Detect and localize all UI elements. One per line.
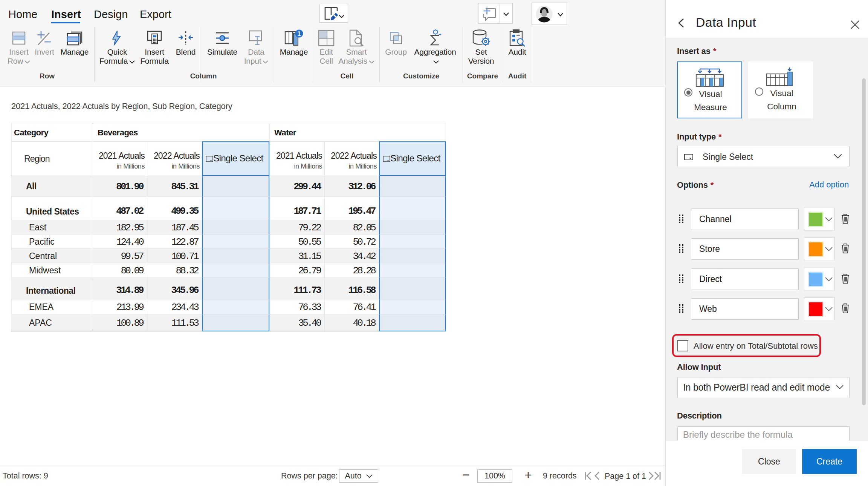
svg-text:Page 1 of 1: Page 1 of 1: [605, 472, 646, 481]
